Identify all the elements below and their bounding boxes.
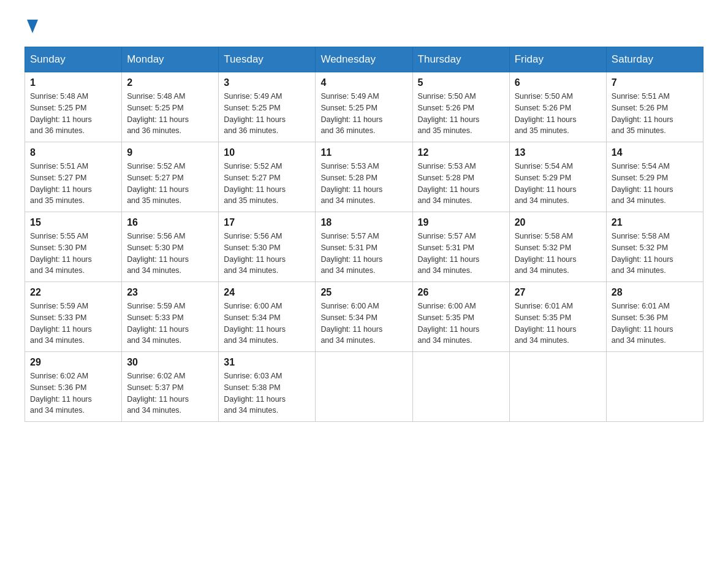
day-number: 3 bbox=[224, 77, 310, 88]
day-number: 2 bbox=[127, 77, 213, 88]
calendar-cell: 17Sunrise: 5:56 AMSunset: 5:30 PMDayligh… bbox=[219, 212, 316, 282]
day-number: 7 bbox=[612, 77, 698, 88]
calendar-cell: 12Sunrise: 5:53 AMSunset: 5:28 PMDayligh… bbox=[412, 142, 509, 212]
day-number: 4 bbox=[320, 77, 407, 88]
day-info: Sunrise: 6:02 AMSunset: 5:37 PMDaylight:… bbox=[127, 370, 213, 416]
calendar-cell: 10Sunrise: 5:52 AMSunset: 5:27 PMDayligh… bbox=[219, 142, 316, 212]
day-info: Sunrise: 6:01 AMSunset: 5:36 PMDaylight:… bbox=[612, 301, 698, 347]
calendar-cell: 19Sunrise: 5:57 AMSunset: 5:31 PMDayligh… bbox=[412, 212, 509, 282]
calendar-cell: 13Sunrise: 5:54 AMSunset: 5:29 PMDayligh… bbox=[509, 142, 606, 212]
calendar-cell: 22Sunrise: 5:59 AMSunset: 5:33 PMDayligh… bbox=[25, 282, 122, 352]
day-number: 9 bbox=[127, 147, 213, 158]
calendar-cell: 8Sunrise: 5:51 AMSunset: 5:27 PMDaylight… bbox=[25, 142, 122, 212]
day-number: 8 bbox=[30, 147, 116, 158]
day-number: 22 bbox=[30, 287, 116, 298]
day-info: Sunrise: 5:55 AMSunset: 5:30 PMDaylight:… bbox=[30, 231, 116, 277]
calendar-cell: 2Sunrise: 5:48 AMSunset: 5:25 PMDaylight… bbox=[122, 72, 219, 142]
day-number: 18 bbox=[320, 217, 407, 228]
calendar-cell: 30Sunrise: 6:02 AMSunset: 5:37 PMDayligh… bbox=[122, 352, 219, 422]
calendar-cell: 3Sunrise: 5:49 AMSunset: 5:25 PMDaylight… bbox=[219, 72, 316, 142]
day-info: Sunrise: 6:00 AMSunset: 5:34 PMDaylight:… bbox=[224, 301, 310, 347]
week-row-3: 15Sunrise: 5:55 AMSunset: 5:30 PMDayligh… bbox=[25, 212, 703, 282]
calendar-cell: 28Sunrise: 6:01 AMSunset: 5:36 PMDayligh… bbox=[606, 282, 703, 352]
calendar-cell bbox=[606, 352, 703, 422]
day-info: Sunrise: 5:58 AMSunset: 5:32 PMDaylight:… bbox=[612, 231, 698, 277]
day-number: 23 bbox=[127, 287, 213, 298]
calendar-cell: 5Sunrise: 5:50 AMSunset: 5:26 PMDaylight… bbox=[412, 72, 509, 142]
calendar-cell bbox=[316, 352, 412, 422]
calendar-cell: 14Sunrise: 5:54 AMSunset: 5:29 PMDayligh… bbox=[606, 142, 703, 212]
calendar-cell: 23Sunrise: 5:59 AMSunset: 5:33 PMDayligh… bbox=[122, 282, 219, 352]
logo-arrow-icon bbox=[27, 20, 38, 36]
day-info: Sunrise: 6:00 AMSunset: 5:34 PMDaylight:… bbox=[320, 301, 407, 347]
calendar-cell: 16Sunrise: 5:56 AMSunset: 5:30 PMDayligh… bbox=[122, 212, 219, 282]
day-info: Sunrise: 6:00 AMSunset: 5:35 PMDaylight:… bbox=[418, 301, 504, 347]
day-number: 27 bbox=[515, 287, 601, 298]
calendar-cell: 15Sunrise: 5:55 AMSunset: 5:30 PMDayligh… bbox=[25, 212, 122, 282]
day-info: Sunrise: 5:48 AMSunset: 5:25 PMDaylight:… bbox=[127, 91, 213, 137]
calendar-cell: 1Sunrise: 5:48 AMSunset: 5:25 PMDaylight… bbox=[25, 72, 122, 142]
day-info: Sunrise: 5:59 AMSunset: 5:33 PMDaylight:… bbox=[127, 301, 213, 347]
day-info: Sunrise: 5:59 AMSunset: 5:33 PMDaylight:… bbox=[30, 301, 116, 347]
week-row-4: 22Sunrise: 5:59 AMSunset: 5:33 PMDayligh… bbox=[25, 282, 703, 352]
calendar-cell: 18Sunrise: 5:57 AMSunset: 5:31 PMDayligh… bbox=[316, 212, 412, 282]
day-number: 15 bbox=[30, 217, 116, 228]
day-number: 5 bbox=[418, 77, 504, 88]
calendar-cell: 4Sunrise: 5:49 AMSunset: 5:25 PMDaylight… bbox=[316, 72, 412, 142]
calendar-cell: 20Sunrise: 5:58 AMSunset: 5:32 PMDayligh… bbox=[509, 212, 606, 282]
calendar-cell: 21Sunrise: 5:58 AMSunset: 5:32 PMDayligh… bbox=[606, 212, 703, 282]
calendar-cell: 24Sunrise: 6:00 AMSunset: 5:34 PMDayligh… bbox=[219, 282, 316, 352]
calendar-cell: 29Sunrise: 6:02 AMSunset: 5:36 PMDayligh… bbox=[25, 352, 122, 422]
day-number: 17 bbox=[224, 217, 310, 228]
day-number: 10 bbox=[224, 147, 310, 158]
weekday-header-friday: Friday bbox=[509, 47, 606, 72]
day-number: 14 bbox=[612, 147, 698, 158]
day-info: Sunrise: 5:56 AMSunset: 5:30 PMDaylight:… bbox=[224, 231, 310, 277]
day-info: Sunrise: 5:53 AMSunset: 5:28 PMDaylight:… bbox=[320, 161, 407, 207]
day-number: 25 bbox=[320, 287, 407, 298]
day-info: Sunrise: 5:57 AMSunset: 5:31 PMDaylight:… bbox=[320, 231, 407, 277]
day-info: Sunrise: 5:49 AMSunset: 5:25 PMDaylight:… bbox=[224, 91, 310, 137]
week-row-5: 29Sunrise: 6:02 AMSunset: 5:36 PMDayligh… bbox=[25, 352, 703, 422]
day-number: 13 bbox=[515, 147, 601, 158]
calendar-cell bbox=[509, 352, 606, 422]
svg-marker-0 bbox=[27, 20, 38, 33]
day-info: Sunrise: 5:49 AMSunset: 5:25 PMDaylight:… bbox=[320, 91, 407, 137]
day-info: Sunrise: 5:48 AMSunset: 5:25 PMDaylight:… bbox=[30, 91, 116, 137]
weekday-header-monday: Monday bbox=[122, 47, 219, 72]
calendar-cell: 6Sunrise: 5:50 AMSunset: 5:26 PMDaylight… bbox=[509, 72, 606, 142]
logo bbox=[25, 18, 38, 34]
calendar-cell: 25Sunrise: 6:00 AMSunset: 5:34 PMDayligh… bbox=[316, 282, 412, 352]
day-info: Sunrise: 5:51 AMSunset: 5:27 PMDaylight:… bbox=[30, 161, 116, 207]
calendar-cell: 9Sunrise: 5:52 AMSunset: 5:27 PMDaylight… bbox=[122, 142, 219, 212]
day-info: Sunrise: 5:56 AMSunset: 5:30 PMDaylight:… bbox=[127, 231, 213, 277]
day-info: Sunrise: 5:52 AMSunset: 5:27 PMDaylight:… bbox=[224, 161, 310, 207]
day-info: Sunrise: 5:50 AMSunset: 5:26 PMDaylight:… bbox=[418, 91, 504, 137]
day-number: 19 bbox=[418, 217, 504, 228]
calendar-cell: 7Sunrise: 5:51 AMSunset: 5:26 PMDaylight… bbox=[606, 72, 703, 142]
calendar-cell: 26Sunrise: 6:00 AMSunset: 5:35 PMDayligh… bbox=[412, 282, 509, 352]
page-header bbox=[25, 18, 703, 34]
day-number: 26 bbox=[418, 287, 504, 298]
day-info: Sunrise: 5:54 AMSunset: 5:29 PMDaylight:… bbox=[515, 161, 601, 207]
day-info: Sunrise: 5:52 AMSunset: 5:27 PMDaylight:… bbox=[127, 161, 213, 207]
day-number: 1 bbox=[30, 77, 116, 88]
week-row-1: 1Sunrise: 5:48 AMSunset: 5:25 PMDaylight… bbox=[25, 72, 703, 142]
day-number: 31 bbox=[224, 357, 310, 368]
day-number: 28 bbox=[612, 287, 698, 298]
day-number: 20 bbox=[515, 217, 601, 228]
day-info: Sunrise: 5:54 AMSunset: 5:29 PMDaylight:… bbox=[612, 161, 698, 207]
weekday-header-row: SundayMondayTuesdayWednesdayThursdayFrid… bbox=[25, 47, 703, 72]
weekday-header-tuesday: Tuesday bbox=[219, 47, 316, 72]
day-info: Sunrise: 5:57 AMSunset: 5:31 PMDaylight:… bbox=[418, 231, 504, 277]
weekday-header-sunday: Sunday bbox=[25, 47, 122, 72]
day-number: 11 bbox=[320, 147, 407, 158]
day-number: 6 bbox=[515, 77, 601, 88]
calendar-cell: 27Sunrise: 6:01 AMSunset: 5:35 PMDayligh… bbox=[509, 282, 606, 352]
weekday-header-saturday: Saturday bbox=[606, 47, 703, 72]
day-number: 24 bbox=[224, 287, 310, 298]
week-row-2: 8Sunrise: 5:51 AMSunset: 5:27 PMDaylight… bbox=[25, 142, 703, 212]
day-info: Sunrise: 5:58 AMSunset: 5:32 PMDaylight:… bbox=[515, 231, 601, 277]
weekday-header-wednesday: Wednesday bbox=[316, 47, 412, 72]
day-number: 16 bbox=[127, 217, 213, 228]
